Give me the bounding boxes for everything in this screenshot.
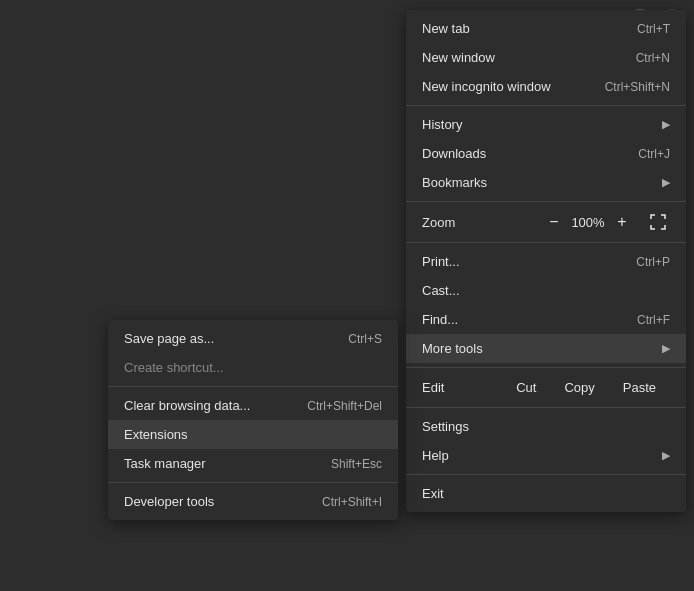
menu-item-shortcut: Ctrl+T <box>637 22 670 36</box>
submenu-arrow-icon: ▶ <box>662 176 670 189</box>
menu-item-cast[interactable]: Cast... <box>406 276 686 305</box>
menu-item-label: New window <box>422 50 612 65</box>
zoom-row: Zoom − 100% + <box>406 206 686 238</box>
menu-item-settings[interactable]: Settings <box>406 412 686 441</box>
menu-item-shortcut: Ctrl+N <box>636 51 670 65</box>
zoom-in-button[interactable]: + <box>610 210 634 234</box>
zoom-out-button[interactable]: − <box>542 210 566 234</box>
menu-item-history[interactable]: History▶ <box>406 110 686 139</box>
menu-item-label: Help <box>422 448 654 463</box>
copy-button[interactable]: Copy <box>550 376 608 399</box>
menu-item-shortcut: Ctrl+J <box>638 147 670 161</box>
submenu-item-shortcut: Ctrl+Shift+Del <box>307 399 382 413</box>
menu-item-label: Downloads <box>422 146 614 161</box>
menu-item-help[interactable]: Help▶ <box>406 441 686 470</box>
submenu-separator <box>108 482 398 483</box>
menu-item-more-tools[interactable]: More tools▶ <box>406 334 686 363</box>
menu-item-shortcut: Ctrl+F <box>637 313 670 327</box>
submenu-item-label: Clear browsing data... <box>124 398 283 413</box>
menu-item-label: Cast... <box>422 283 670 298</box>
submenu-item-shortcut: Ctrl+S <box>348 332 382 346</box>
menu-item-label: Print... <box>422 254 612 269</box>
submenu-arrow-icon: ▶ <box>662 449 670 462</box>
submenu-item-save-page[interactable]: Save page as...Ctrl+S <box>108 324 398 353</box>
menu-item-shortcut: Ctrl+Shift+N <box>605 80 670 94</box>
menu-separator <box>406 242 686 243</box>
submenu-item-clear-browsing[interactable]: Clear browsing data...Ctrl+Shift+Del <box>108 391 398 420</box>
submenu-item-task-manager[interactable]: Task managerShift+Esc <box>108 449 398 478</box>
submenu-item-developer-tools[interactable]: Developer toolsCtrl+Shift+I <box>108 487 398 516</box>
sub-menu: Save page as...Ctrl+SCreate shortcut...C… <box>108 320 398 520</box>
menu-item-bookmarks[interactable]: Bookmarks▶ <box>406 168 686 197</box>
menu-item-new-window[interactable]: New windowCtrl+N <box>406 43 686 72</box>
menu-item-label: Settings <box>422 419 670 434</box>
menu-item-label: New tab <box>422 21 613 36</box>
zoom-controls: − 100% + <box>542 210 670 234</box>
menu-item-shortcut: Ctrl+P <box>636 255 670 269</box>
menu-item-label: More tools <box>422 341 654 356</box>
menu-item-print[interactable]: Print...Ctrl+P <box>406 247 686 276</box>
edit-row: Edit Cut Copy Paste <box>406 372 686 403</box>
zoom-value: 100% <box>570 215 606 230</box>
submenu-item-create-shortcut: Create shortcut... <box>108 353 398 382</box>
menu-item-label: History <box>422 117 654 132</box>
edit-label: Edit <box>422 380 502 395</box>
menu-item-downloads[interactable]: DownloadsCtrl+J <box>406 139 686 168</box>
menu-separator <box>406 367 686 368</box>
submenu-item-label: Create shortcut... <box>124 360 382 375</box>
submenu-item-label: Task manager <box>124 456 307 471</box>
menu-separator <box>406 407 686 408</box>
menu-item-find[interactable]: Find...Ctrl+F <box>406 305 686 334</box>
submenu-arrow-icon: ▶ <box>662 118 670 131</box>
menu-separator <box>406 201 686 202</box>
paste-button[interactable]: Paste <box>609 376 670 399</box>
edit-buttons: Cut Copy Paste <box>502 376 670 399</box>
cut-button[interactable]: Cut <box>502 376 550 399</box>
menu-item-label: Bookmarks <box>422 175 654 190</box>
submenu-item-shortcut: Shift+Esc <box>331 457 382 471</box>
submenu-item-shortcut: Ctrl+Shift+I <box>322 495 382 509</box>
menu-separator <box>406 474 686 475</box>
submenu-arrow-icon: ▶ <box>662 342 670 355</box>
submenu-item-label: Save page as... <box>124 331 324 346</box>
menu-item-label: Find... <box>422 312 613 327</box>
submenu-separator <box>108 386 398 387</box>
menu-item-exit[interactable]: Exit <box>406 479 686 508</box>
menu-separator <box>406 105 686 106</box>
submenu-item-label: Developer tools <box>124 494 298 509</box>
zoom-fullscreen-button[interactable] <box>646 210 670 234</box>
main-menu: New tabCtrl+TNew windowCtrl+NNew incogni… <box>406 10 686 512</box>
submenu-item-extensions[interactable]: Extensions <box>108 420 398 449</box>
menu-item-new-tab[interactable]: New tabCtrl+T <box>406 14 686 43</box>
zoom-label: Zoom <box>422 215 542 230</box>
menu-item-label: Exit <box>422 486 670 501</box>
menu-item-new-incognito[interactable]: New incognito windowCtrl+Shift+N <box>406 72 686 101</box>
menu-item-label: New incognito window <box>422 79 581 94</box>
submenu-item-label: Extensions <box>124 427 382 442</box>
